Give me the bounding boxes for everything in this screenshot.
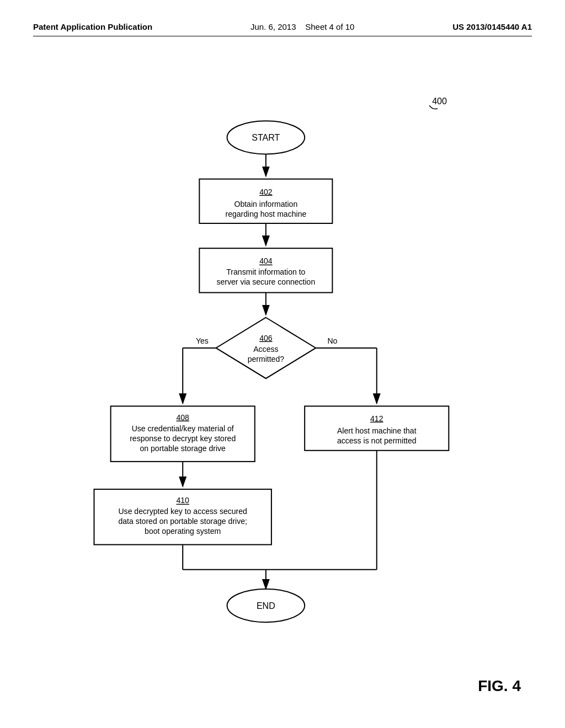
- sheet-info: Sheet 4 of 10: [305, 22, 354, 31]
- publication-date: Jun. 6, 2013: [250, 22, 296, 31]
- publication-date-sheet: Jun. 6, 2013 Sheet 4 of 10: [250, 22, 355, 31]
- label-408: 408: [176, 413, 189, 422]
- text-408-line2: response to decrypt key stored: [130, 434, 236, 443]
- label-402: 402: [259, 188, 273, 196]
- start-label: START: [252, 132, 280, 142]
- figure-label: FIG. 4: [478, 677, 521, 695]
- label-412: 412: [370, 414, 383, 423]
- label-406: 406: [259, 334, 273, 342]
- no-label: No: [327, 336, 337, 345]
- text-406-line1: Access: [253, 345, 278, 354]
- patent-number: US 2013/0145440 A1: [452, 22, 532, 31]
- text-404-line2: server via secure connection: [216, 277, 315, 286]
- label-410: 410: [176, 496, 189, 505]
- text-410-line2: data stored on portable storage drive;: [118, 517, 247, 526]
- ref-number: 400: [432, 96, 447, 106]
- page: Patent Application Publication Jun. 6, 2…: [0, 0, 565, 728]
- page-header: Patent Application Publication Jun. 6, 2…: [33, 22, 532, 36]
- text-410-line3: boot operating system: [145, 527, 221, 536]
- flowchart-diagram: 400 START 402 Obtain information regardi…: [33, 47, 532, 654]
- label-404: 404: [259, 256, 273, 265]
- text-410-line1: Use decrypted key to access secured: [118, 507, 247, 516]
- text-404-line1: Transmit information to: [226, 267, 305, 276]
- text-412-line2: access is not permitted: [337, 436, 417, 445]
- text-408-line1: Use credential/key material of: [132, 424, 234, 433]
- text-408-line3: on portable storage drive: [140, 444, 226, 453]
- text-406-line2: permitted?: [248, 355, 285, 363]
- flowchart-svg: 400 START 402 Obtain information regardi…: [33, 47, 532, 654]
- end-label: END: [257, 601, 275, 611]
- yes-label: Yes: [196, 336, 209, 345]
- text-402-line2: regarding host machine: [225, 210, 306, 218]
- text-412-line1: Alert host machine that: [337, 426, 417, 435]
- publication-title: Patent Application Publication: [33, 22, 152, 31]
- text-402-line1: Obtain information: [234, 200, 297, 208]
